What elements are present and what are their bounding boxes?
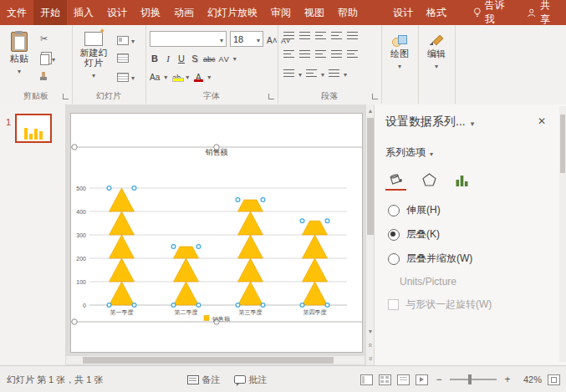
- cut-button[interactable]: [40, 33, 48, 44]
- horizontal-scrollbar[interactable]: [66, 356, 365, 364]
- data-point-handle[interactable]: [196, 303, 201, 308]
- radio-icon[interactable]: [388, 205, 400, 216]
- selection-handle[interactable]: [72, 145, 77, 150]
- increase-font-size-button[interactable]: [267, 33, 278, 45]
- tab-文件[interactable]: 文件: [0, 0, 33, 25]
- chart-bar-triangle[interactable]: [110, 188, 135, 211]
- data-point-handle[interactable]: [236, 198, 240, 202]
- tab-设计[interactable]: 设计: [100, 0, 134, 25]
- tab-审阅[interactable]: 审阅: [264, 0, 298, 25]
- tab-series-options[interactable]: [452, 170, 472, 191]
- normal-view-button[interactable]: [360, 374, 373, 385]
- chart-bar-triangle[interactable]: [238, 235, 263, 258]
- bold-button[interactable]: [150, 51, 160, 64]
- data-point-handle[interactable]: [132, 303, 136, 308]
- drawing-button[interactable]: 绘图: [385, 35, 414, 70]
- horizontal-scrollbar-thumb[interactable]: [83, 357, 334, 364]
- data-point-handle[interactable]: [325, 219, 329, 223]
- task-pane-scrollbar[interactable]: [559, 106, 566, 362]
- font-color-button[interactable]: [193, 69, 203, 82]
- new-slide-button[interactable]: 新建幻灯片: [77, 32, 110, 79]
- character-spacing-button[interactable]: [219, 51, 230, 64]
- slide-layout-button[interactable]: [117, 35, 135, 45]
- chart-bar-triangle[interactable]: [238, 200, 263, 211]
- align-right-icon[interactable]: [315, 50, 326, 59]
- fit-to-window-icon[interactable]: [548, 374, 560, 385]
- tab-视图[interactable]: 视图: [298, 0, 331, 25]
- tab-开始[interactable]: 开始: [33, 0, 67, 25]
- dialog-launcher-icon[interactable]: [372, 94, 378, 99]
- zoom-slider[interactable]: [450, 379, 497, 380]
- italic-button[interactable]: [163, 51, 173, 64]
- bullets-icon[interactable]: [283, 32, 294, 41]
- tab-fill-and-line[interactable]: [385, 170, 406, 191]
- slide-canvas[interactable]: 0100200300400500销售额第一季度第二季度第三季度第四季度销售额: [71, 114, 362, 352]
- task-pane-close-button[interactable]: [535, 115, 548, 128]
- tab-动画[interactable]: 动画: [167, 0, 201, 25]
- align-left-icon[interactable]: [283, 50, 294, 59]
- zoom-out-button[interactable]: [434, 374, 444, 385]
- tab-格式[interactable]: 格式: [420, 0, 453, 25]
- legend-label[interactable]: 销售额: [212, 316, 231, 322]
- dialog-launcher-icon[interactable]: [63, 94, 69, 99]
- line-spacing-icon[interactable]: [347, 32, 358, 41]
- paste-button[interactable]: 粘贴: [5, 32, 33, 75]
- section-button[interactable]: [117, 72, 135, 82]
- font-name-combobox[interactable]: [150, 31, 227, 47]
- data-point-handle[interactable]: [236, 303, 240, 308]
- slideshow-view-button[interactable]: [416, 374, 428, 385]
- format-painter-button[interactable]: [40, 72, 48, 81]
- chart-bar-triangle[interactable]: [110, 235, 135, 258]
- underline-button[interactable]: [176, 51, 186, 64]
- tell-me-button[interactable]: 告诉我: [467, 0, 518, 25]
- chart-bar-triangle[interactable]: [303, 221, 328, 235]
- notes-button[interactable]: 备注: [187, 374, 221, 386]
- zoom-slider-thumb[interactable]: [468, 374, 472, 384]
- chart-bar-triangle[interactable]: [303, 282, 328, 305]
- tab-幻灯片放映[interactable]: 幻灯片放映: [201, 0, 264, 25]
- share-button[interactable]: 共享: [518, 0, 566, 25]
- rotate-with-shape-checkbox[interactable]: [388, 299, 399, 310]
- align-center-icon[interactable]: [299, 50, 310, 59]
- chart-bar-triangle[interactable]: [238, 211, 263, 235]
- data-point-handle[interactable]: [261, 303, 265, 308]
- fill-option-伸展(H)[interactable]: 伸展(H): [388, 203, 472, 217]
- chart-bar-triangle[interactable]: [174, 258, 199, 282]
- fill-option-层叠(K)[interactable]: 层叠(K): [388, 227, 472, 242]
- selection-handle[interactable]: [72, 319, 77, 324]
- slide-sorter-view-button[interactable]: [379, 374, 391, 385]
- chart-bar-triangle[interactable]: [110, 258, 135, 282]
- text-highlight-button[interactable]: [171, 69, 181, 82]
- comments-button[interactable]: 批注: [234, 374, 268, 386]
- vertical-scrollbar-thumb[interactable]: [367, 118, 374, 235]
- chart-bar-triangle[interactable]: [174, 247, 199, 258]
- reading-view-button[interactable]: [397, 374, 410, 385]
- chart-bar-triangle[interactable]: [174, 282, 199, 305]
- fill-option-层叠并缩放(W)[interactable]: 层叠并缩放(W): [388, 252, 472, 266]
- text-shadow-button[interactable]: [190, 51, 200, 64]
- zoom-in-button[interactable]: [502, 374, 512, 385]
- tab-帮助[interactable]: 帮助: [331, 0, 365, 25]
- tab-effects[interactable]: [420, 170, 439, 191]
- series-options-dropdown[interactable]: 系列选项: [385, 145, 433, 160]
- chart-bar-triangle[interactable]: [303, 235, 328, 258]
- task-pane-scrollbar-thumb[interactable]: [560, 115, 565, 173]
- tab-设计[interactable]: 设计: [386, 0, 420, 25]
- rotate-with-shape-option[interactable]: 与形状一起旋转(W): [388, 298, 492, 312]
- selection-handle[interactable]: [214, 145, 219, 150]
- data-point-handle[interactable]: [300, 219, 304, 223]
- radio-icon[interactable]: [388, 229, 400, 241]
- change-case-button[interactable]: [150, 69, 160, 82]
- slide-thumbnail[interactable]: [15, 114, 52, 143]
- data-point-handle[interactable]: [300, 303, 304, 308]
- increase-indent-icon[interactable]: [331, 32, 342, 41]
- font-size-combobox[interactable]: 18: [230, 31, 263, 47]
- editing-button[interactable]: 编辑: [422, 35, 451, 70]
- radio-icon[interactable]: [388, 253, 400, 265]
- chart-bar-triangle[interactable]: [238, 282, 263, 305]
- align-text-icon[interactable]: [306, 69, 317, 79]
- justify-icon[interactable]: [331, 50, 342, 59]
- chart-bar-triangle[interactable]: [238, 258, 263, 282]
- columns-icon[interactable]: [347, 50, 358, 59]
- reset-slide-button[interactable]: [117, 53, 129, 63]
